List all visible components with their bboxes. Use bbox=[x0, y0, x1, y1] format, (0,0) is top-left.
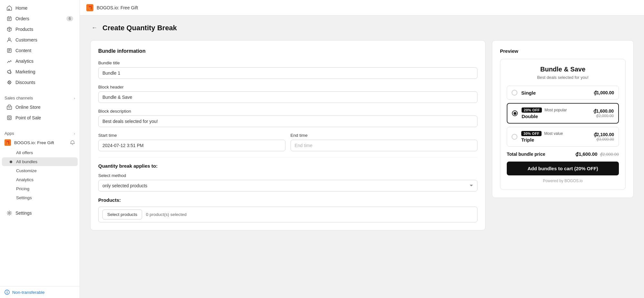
block-description-label: Block description bbox=[98, 109, 477, 114]
bundle-price-triple: ₫2,100.00 ₫3,000.00 bbox=[594, 132, 614, 142]
sidebar-sub-all-offers[interactable]: All offers bbox=[2, 148, 78, 157]
preview-title: Preview bbox=[500, 48, 626, 54]
bundle-info-panel: Bundle information Bundle title Block he… bbox=[90, 40, 485, 230]
settings-icon bbox=[6, 210, 12, 216]
sidebar-item-discounts-label: Discounts bbox=[15, 80, 35, 85]
sidebar-item-marketing[interactable]: Marketing bbox=[2, 67, 78, 77]
apps-label: Apps bbox=[5, 131, 14, 136]
bundle-name-triple: Triple bbox=[521, 137, 590, 143]
applies-section: Quantity break applies to: Select method… bbox=[98, 157, 477, 222]
total-original-price: ₫2,000.00 bbox=[600, 152, 619, 157]
tag-triple-discount: 30% OFF bbox=[521, 131, 542, 136]
apps-section: Apps › 🎁 BOGOS.io: Free Gift All offers … bbox=[0, 126, 80, 205]
content-icon bbox=[6, 48, 12, 53]
customize-label: Customize bbox=[16, 168, 37, 173]
start-time-col: Start time bbox=[98, 133, 285, 151]
analytics-sub-label: Analytics bbox=[16, 177, 34, 182]
bundle-info-double: 20% OFF Most popular Double bbox=[522, 107, 590, 119]
marketing-icon bbox=[6, 69, 12, 75]
bundle-name-double: Double bbox=[522, 114, 590, 119]
block-header-input[interactable] bbox=[98, 91, 477, 103]
apps-chevron: › bbox=[74, 132, 75, 135]
sidebar-item-point-of-sale[interactable]: Point of Sale bbox=[2, 113, 78, 123]
online-store-icon bbox=[6, 104, 12, 110]
settings-sub-label: Settings bbox=[16, 195, 32, 200]
bundle-option-double[interactable]: 20% OFF Most popular Double ₫1,600.00 ₫2… bbox=[507, 103, 619, 124]
topbar-title: BOGOS.io: Free Gift bbox=[97, 5, 138, 10]
home-icon bbox=[6, 5, 12, 11]
sales-channels-header[interactable]: Sales channels › bbox=[0, 93, 80, 102]
analytics-icon bbox=[6, 58, 12, 64]
sidebar-item-home[interactable]: Home bbox=[2, 3, 78, 13]
sidebar-sub-all-bundles[interactable]: All bundles bbox=[2, 157, 78, 166]
sidebar-sub-customize[interactable]: Customize bbox=[2, 166, 78, 175]
preview-card: Bundle & Save Best deals selected for yo… bbox=[500, 59, 626, 190]
content-area: ← Create Quantity Break Bundle informati… bbox=[80, 15, 644, 298]
select-method-dropdown[interactable]: only selected products all products spec… bbox=[98, 180, 477, 191]
sidebar-item-orders[interactable]: Orders 6 bbox=[2, 14, 78, 24]
notification-bell-icon[interactable] bbox=[70, 140, 75, 145]
sidebar-item-products[interactable]: Products bbox=[2, 24, 78, 34]
sidebar-sub-pricing[interactable]: Pricing bbox=[2, 184, 78, 193]
orders-icon bbox=[6, 16, 12, 22]
total-current-price: ₫1,600.00 bbox=[575, 151, 597, 157]
back-button[interactable]: ← bbox=[90, 23, 99, 33]
tag-double-discount: 20% OFF bbox=[522, 107, 542, 113]
bundle-title-input[interactable] bbox=[98, 67, 477, 79]
sidebar-item-online-store[interactable]: Online Store bbox=[2, 102, 78, 112]
bundle-option-triple[interactable]: 30% OFF Most value Triple ₫2,100.00 ₫3,0… bbox=[507, 127, 619, 147]
select-method-group: Select method only selected products all… bbox=[98, 173, 477, 191]
bundle-original-price-double: ₫2,000.00 bbox=[593, 114, 614, 118]
start-time-input[interactable] bbox=[98, 140, 285, 151]
non-transferable-item[interactable]: Non-transferable bbox=[0, 286, 80, 298]
bundle-info-single: Single bbox=[521, 90, 590, 96]
block-description-group: Block description bbox=[98, 109, 477, 127]
applies-title: Quantity break applies to: bbox=[98, 163, 477, 169]
bundle-current-price-double: ₫1,600.00 bbox=[593, 108, 614, 114]
products-selected-count: 0 product(s) selected bbox=[146, 212, 187, 217]
sidebar-item-products-label: Products bbox=[15, 27, 33, 32]
bundle-tags-double: 20% OFF Most popular bbox=[522, 107, 590, 113]
pricing-label: Pricing bbox=[16, 186, 29, 191]
all-bundles-label: All bundles bbox=[16, 159, 37, 164]
bundle-option-single[interactable]: Single ₫1,000.00 bbox=[507, 86, 619, 100]
block-description-input[interactable] bbox=[98, 116, 477, 127]
info-icon bbox=[5, 290, 10, 295]
select-products-button[interactable]: Select products bbox=[102, 210, 142, 219]
sidebar-item-orders-label: Orders bbox=[15, 16, 29, 21]
main-nav: Home Orders 6 Products Customers bbox=[0, 0, 80, 90]
customers-icon bbox=[6, 37, 12, 43]
radio-double bbox=[512, 110, 518, 116]
bogos-icon: 🎁 bbox=[5, 139, 11, 146]
sidebar-sub-settings[interactable]: Settings bbox=[2, 193, 78, 202]
preview-card-title: Bundle & Save bbox=[507, 66, 619, 73]
sidebar-item-online-store-label: Online Store bbox=[15, 105, 41, 110]
select-method-label: Select method bbox=[98, 173, 477, 178]
sidebar-item-customers[interactable]: Customers bbox=[2, 35, 78, 45]
sidebar-item-discounts[interactable]: Discounts bbox=[2, 77, 78, 88]
sidebar-item-marketing-label: Marketing bbox=[15, 69, 35, 74]
radio-single bbox=[512, 90, 517, 96]
sidebar-item-customers-label: Customers bbox=[15, 37, 37, 42]
sidebar-bogos-label: BOGOS.io: Free Gift bbox=[14, 140, 54, 145]
settings-section: Settings bbox=[0, 205, 80, 221]
sidebar-item-content[interactable]: Content bbox=[2, 45, 78, 56]
svg-point-9 bbox=[9, 212, 10, 214]
discounts-icon bbox=[6, 79, 12, 85]
sales-channels-chevron: › bbox=[74, 96, 75, 100]
svg-rect-1 bbox=[7, 17, 11, 21]
tag-double-label: Most popular bbox=[544, 108, 567, 112]
page-header: ← Create Quantity Break bbox=[90, 23, 634, 33]
apps-header[interactable]: Apps › bbox=[0, 128, 80, 137]
bundle-title-label: Bundle title bbox=[98, 61, 477, 65]
orders-badge: 6 bbox=[66, 16, 73, 21]
pos-icon bbox=[6, 115, 12, 121]
sidebar-item-bogos[interactable]: 🎁 BOGOS.io: Free Gift bbox=[0, 137, 80, 148]
sidebar-sub-analytics[interactable]: Analytics bbox=[2, 175, 78, 184]
end-time-input[interactable] bbox=[291, 140, 478, 151]
sidebar-item-settings[interactable]: Settings bbox=[2, 208, 78, 218]
products-icon bbox=[6, 26, 12, 32]
add-cart-button[interactable]: Add bundles to cart (20% OFF) bbox=[507, 162, 619, 175]
bundle-price-double: ₫1,600.00 ₫2,000.00 bbox=[593, 108, 614, 118]
sidebar-item-analytics[interactable]: Analytics bbox=[2, 56, 78, 66]
